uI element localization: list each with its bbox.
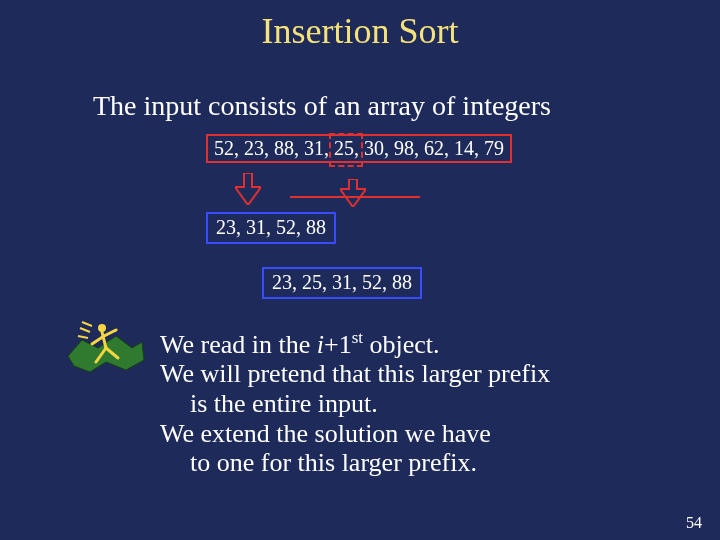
body-text: We read in the i+1st object. We will pre… (160, 328, 550, 478)
slide: Insertion Sort The input consists of an … (0, 0, 720, 540)
connector-line (290, 196, 420, 198)
svg-line-4 (104, 330, 116, 336)
svg-line-9 (82, 322, 92, 326)
variable-i: i (317, 330, 324, 359)
body-line-5: to one for this larger prefix. (160, 448, 550, 478)
svg-line-3 (92, 336, 104, 344)
body-line-1: We read in the i+1st object. (160, 328, 550, 359)
sorted-prefix-box: 23, 31, 52, 88 (206, 212, 336, 244)
body-line-2: We will pretend that this larger prefix (160, 359, 550, 389)
ordinal-superscript: st (352, 328, 363, 347)
down-arrow-icon (340, 179, 366, 207)
current-element-highlight (329, 133, 363, 167)
sorted-result-box: 23, 25, 31, 52, 88 (262, 267, 422, 299)
running-figure-icon (62, 318, 148, 376)
page-number: 54 (686, 514, 702, 532)
svg-line-8 (78, 336, 88, 338)
svg-marker-0 (68, 336, 144, 372)
text-fragment: +1 (324, 330, 352, 359)
arrows-row (220, 173, 480, 213)
svg-line-7 (80, 328, 90, 332)
down-arrow-icon (235, 173, 261, 205)
slide-title: Insertion Sort (0, 10, 720, 52)
body-line-3: is the entire input. (160, 389, 550, 419)
body-line-4: We extend the solution we have (160, 419, 550, 449)
slide-subtitle: The input consists of an array of intege… (93, 90, 551, 122)
text-fragment: object. (363, 330, 440, 359)
text-fragment: We read in the (160, 330, 317, 359)
